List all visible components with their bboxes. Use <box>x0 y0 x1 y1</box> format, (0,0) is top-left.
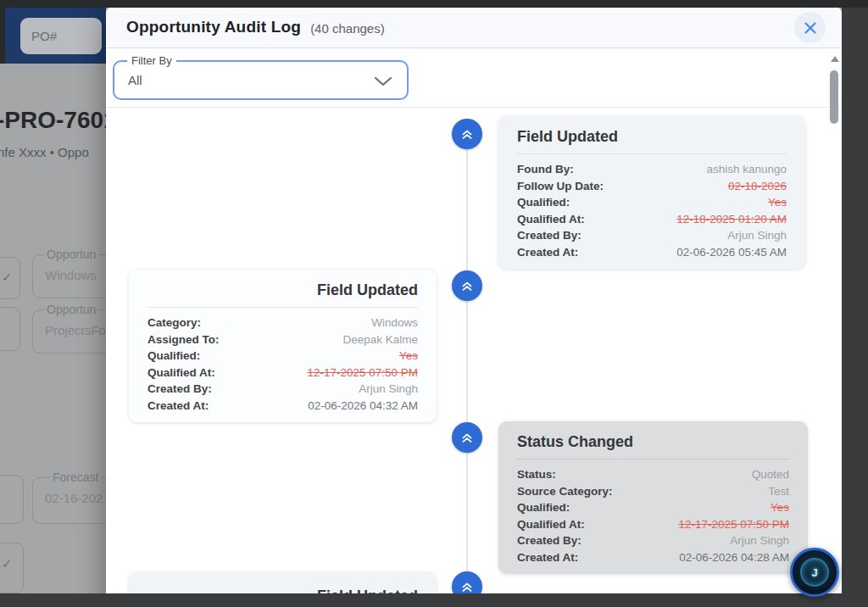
field-value: Deepak Kalme <box>342 331 418 348</box>
widget-glyph: J <box>793 550 837 594</box>
field-row: Follow Up Date:02-18-2026 <box>517 178 787 195</box>
field-label: Opportun <box>44 303 98 316</box>
background-select-field: ✓ <box>0 543 24 593</box>
floating-widget-button[interactable]: J <box>790 548 839 597</box>
double-chevron-up-icon <box>459 126 475 142</box>
modal-header: Opportunity Audit Log (40 changes) <box>106 7 842 48</box>
check-icon: ✓ <box>2 270 13 285</box>
window-frame-top <box>0 0 868 8</box>
audit-card: Field UpdatedCategory:WindowsAssigned To… <box>129 270 437 422</box>
field-label: Qualified: <box>517 499 570 516</box>
audit-card: Status ChangedStatus:QuotedSource Catego… <box>498 421 808 574</box>
field-value: Quoted <box>752 466 789 483</box>
field-row: Qualified At:12-18-2025 01:20 AM <box>517 211 787 228</box>
double-chevron-up-icon <box>459 278 475 293</box>
background-field <box>0 307 20 351</box>
field-row: Status:Quoted <box>517 466 789 483</box>
window-frame-bottom <box>0 593 842 607</box>
field-label: Assigned To: <box>147 331 220 348</box>
field-value: Windows <box>45 268 97 282</box>
changes-count: (40 changes) <box>310 19 385 36</box>
field-value: Arjun Singh <box>727 227 787 244</box>
scroll-up-arrow[interactable] <box>831 56 839 62</box>
po-placeholder: PO# <box>31 29 57 43</box>
scroll-to-top-button[interactable] <box>452 422 482 453</box>
field-label: Opportun <box>44 248 98 261</box>
field-label: Qualified: <box>517 194 570 211</box>
field-label: Forecast <box>50 471 101 484</box>
field-value: ashish kanungo <box>706 161 787 178</box>
field-row: Found By:ashish kanungo <box>517 161 787 178</box>
timeline-line <box>466 134 468 607</box>
field-label: Status: <box>517 466 556 483</box>
opportunity-id-heading: -PRO-7601 <box>0 107 117 134</box>
field-value: Yes <box>768 194 787 211</box>
field-row: Created By:Arjun Singh <box>517 532 789 549</box>
divider <box>517 153 787 154</box>
filter-bar: Filter By All <box>106 48 842 108</box>
field-row: Created At:02-06-2026 04:28 AM <box>517 549 789 566</box>
scroll-to-top-button[interactable] <box>452 119 482 149</box>
field-row: Created By:Arjun Singh <box>517 227 787 244</box>
field-value: 02-16-202 <box>45 491 103 505</box>
scrollbar-thumb[interactable] <box>830 70 838 124</box>
background-select-field: ✓ <box>0 257 20 299</box>
field-label: Qualified At: <box>517 211 585 228</box>
field-row: Qualified:Yes <box>147 348 418 365</box>
screen: PO# -PRO-7601 nfe Xxxx • Oppo ✓ Opportun… <box>0 0 868 607</box>
chevron-down-icon <box>374 76 392 86</box>
field-row: Created At:02-06-2026 04:32 AM <box>147 398 418 415</box>
field-label: Created By: <box>517 532 581 549</box>
app-navbar: PO# <box>5 8 106 64</box>
field-value: 12-17-2025 07:50 PM <box>307 365 418 381</box>
po-number-input: PO# <box>20 18 102 54</box>
double-chevron-up-icon <box>459 579 475 594</box>
breadcrumb: nfe Xxxx • Oppo <box>0 145 89 159</box>
field-value: ProjectsFo <box>45 323 106 337</box>
field-value: Yes <box>399 348 418 365</box>
modal-title: Opportunity Audit Log <box>126 18 301 36</box>
field-label: Qualified At: <box>517 516 585 533</box>
field-row: Qualified:Yes <box>517 194 787 211</box>
field-value: 02-06-2026 05:45 AM <box>676 244 787 261</box>
field-value: Windows <box>371 315 418 331</box>
filter-value: All <box>128 62 142 99</box>
scroll-to-top-button[interactable] <box>452 270 482 301</box>
field-label: Created At: <box>147 398 209 415</box>
field-row: Qualified At:12-17-2025 07:50 PM <box>147 365 418 381</box>
filter-by-select[interactable]: Filter By All <box>113 60 409 100</box>
close-button[interactable] <box>794 12 826 43</box>
background-field <box>0 475 24 524</box>
field-value: 12-17-2025 07:50 PM <box>678 516 789 533</box>
field-label: Qualified At: <box>147 365 215 381</box>
field-value: 12-18-2025 01:20 AM <box>676 211 787 228</box>
card-title: Status Changed <box>517 432 789 452</box>
field-label: Created By: <box>517 227 581 244</box>
field-label: Category: <box>147 315 201 331</box>
double-chevron-up-icon <box>459 430 475 445</box>
field-row: Created By:Arjun Singh <box>147 381 418 398</box>
field-row: Category:Windows <box>147 315 418 331</box>
field-value: 02-06-2026 04:28 AM <box>679 549 789 566</box>
field-value: 02-06-2026 04:32 AM <box>308 398 418 415</box>
window-frame-left <box>0 8 5 64</box>
field-row: Assigned To:Deepak Kalme <box>147 331 418 348</box>
field-value: Test <box>768 483 789 500</box>
check-icon: ✓ <box>2 556 13 571</box>
field-label: Qualified: <box>147 348 200 365</box>
card-title: Field Updated <box>517 126 787 147</box>
field-row: Source Category:Test <box>517 483 789 500</box>
field-label: Follow Up Date: <box>517 178 604 195</box>
audit-card: Field UpdatedFound By:ashish kanungoFoll… <box>498 116 805 269</box>
field-label: Created By: <box>147 381 212 398</box>
window-frame-right <box>842 8 868 607</box>
divider <box>517 459 789 459</box>
field-value: Yes <box>771 499 789 516</box>
field-row: Qualified:Yes <box>517 499 789 516</box>
field-value: 02-18-2026 <box>728 178 787 195</box>
field-label: Source Category: <box>517 483 613 500</box>
card-title: Field Updated <box>147 280 418 300</box>
field-label: Created At: <box>517 549 578 566</box>
field-row: Created At:02-06-2026 05:45 AM <box>517 244 787 261</box>
field-label: Found By: <box>517 161 574 178</box>
